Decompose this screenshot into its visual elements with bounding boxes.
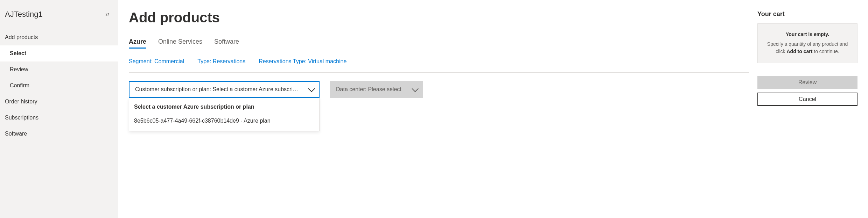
filter-type[interactable]: Type: Reservations <box>197 58 245 65</box>
cart-panel: Your cart Your cart is empty. Specify a … <box>757 10 858 218</box>
cart-title: Your cart <box>757 10 858 18</box>
cart-help-text: Specify a quantity of any product and cl… <box>763 41 852 55</box>
sidebar-item-order-history[interactable]: Order history <box>0 94 118 110</box>
sidebar-header: AJTesting1 ⇄ <box>0 0 118 29</box>
main: Add products Azure Online Services Softw… <box>118 0 868 218</box>
cancel-button[interactable]: Cancel <box>757 93 858 106</box>
tab-online-services[interactable]: Online Services <box>158 38 202 49</box>
dropdown-header: Select a customer Azure subscription or … <box>129 104 319 114</box>
customer-name: AJTesting1 <box>5 10 43 19</box>
review-button[interactable]: Review <box>757 76 858 89</box>
sidebar-item-software[interactable]: Software <box>0 126 118 142</box>
sidebar-item-confirm[interactable]: Confirm <box>0 78 118 94</box>
sidebar: AJTesting1 ⇄ Add products Select Review … <box>0 0 118 218</box>
filter-segment[interactable]: Segment: Commercial <box>129 58 184 65</box>
dropdown-item-azure-plan[interactable]: 8e5b6c05-a477-4a49-662f-c38760b14de9 - A… <box>129 114 319 128</box>
product-tabs: Azure Online Services Software <box>129 38 749 49</box>
swap-icon[interactable]: ⇄ <box>105 12 110 17</box>
data-center-select[interactable]: Data center: Please select <box>330 81 423 98</box>
page-title: Add products <box>129 10 749 26</box>
selectors-row: Customer subscription or plan: Select a … <box>129 81 749 98</box>
sidebar-item-add-products[interactable]: Add products <box>0 29 118 45</box>
sidebar-item-review[interactable]: Review <box>0 61 118 78</box>
data-center-label: Data center: Please select <box>336 86 401 93</box>
customer-subscription-label: Customer subscription or plan: Select a … <box>135 86 300 93</box>
tab-software[interactable]: Software <box>214 38 239 49</box>
sidebar-item-select[interactable]: Select <box>0 45 118 61</box>
tab-azure[interactable]: Azure <box>129 38 146 49</box>
sidebar-item-subscriptions[interactable]: Subscriptions <box>0 110 118 126</box>
filter-reservations-type[interactable]: Reservations Type: Virtual machine <box>259 58 346 65</box>
cart-empty-title: Your cart is empty. <box>763 31 852 37</box>
chevron-down-icon <box>412 85 419 92</box>
chevron-down-icon <box>308 85 315 92</box>
customer-subscription-dropdown: Select a customer Azure subscription or … <box>129 98 320 131</box>
cart-empty-box: Your cart is empty. Specify a quantity o… <box>757 23 858 63</box>
cart-help-bold: Add to cart <box>786 49 812 54</box>
filter-row: Segment: Commercial Type: Reservations R… <box>129 58 749 73</box>
content-area: Add products Azure Online Services Softw… <box>129 10 749 218</box>
customer-subscription-wrap: Customer subscription or plan: Select a … <box>129 81 320 98</box>
customer-subscription-select[interactable]: Customer subscription or plan: Select a … <box>129 81 320 98</box>
cart-help-post: to continue. <box>812 49 839 54</box>
